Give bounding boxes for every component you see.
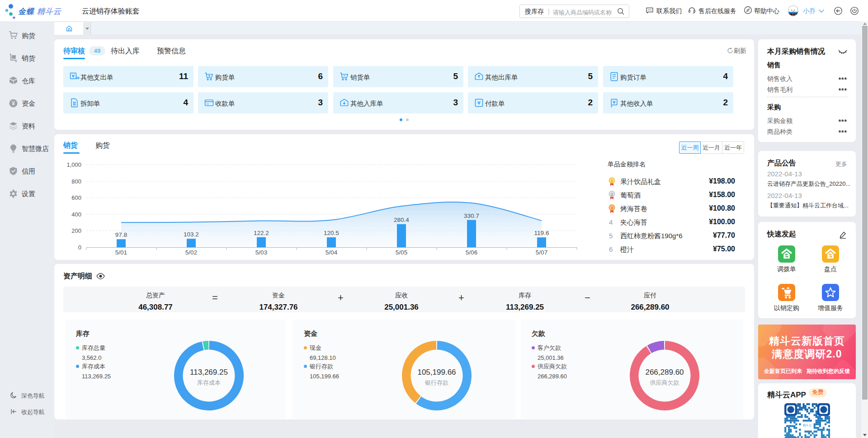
svg-text:5/05: 5/05 bbox=[396, 249, 407, 256]
svg-text:5/06: 5/06 bbox=[466, 249, 477, 256]
svg-text:5/01: 5/01 bbox=[115, 249, 127, 256]
svg-text:330.7: 330.7 bbox=[464, 212, 479, 219]
svg-text:5/03: 5/03 bbox=[255, 249, 267, 256]
svg-text:119.6: 119.6 bbox=[534, 230, 549, 236]
svg-text:400: 400 bbox=[71, 211, 81, 218]
svg-text:2: 2 bbox=[611, 192, 613, 197]
svg-text:5/02: 5/02 bbox=[185, 249, 197, 256]
svg-text:5/04: 5/04 bbox=[326, 249, 338, 256]
svg-text:120.5: 120.5 bbox=[324, 230, 339, 236]
svg-text:200: 200 bbox=[71, 227, 81, 234]
svg-text:103.2: 103.2 bbox=[184, 231, 199, 238]
svg-text:1,000: 1,000 bbox=[66, 161, 81, 168]
svg-text:5/07: 5/07 bbox=[536, 249, 547, 256]
svg-text:精斗云: 精斗云 bbox=[803, 424, 812, 427]
svg-text:1: 1 bbox=[611, 179, 613, 183]
svg-text:¥: ¥ bbox=[12, 100, 15, 107]
svg-text:600: 600 bbox=[71, 194, 81, 201]
svg-text:97.8: 97.8 bbox=[115, 231, 127, 238]
svg-text:3: 3 bbox=[611, 206, 613, 210]
svg-text:800: 800 bbox=[71, 178, 81, 185]
svg-text:122.2: 122.2 bbox=[254, 230, 269, 236]
svg-text:280.4: 280.4 bbox=[394, 217, 409, 223]
svg-text:0: 0 bbox=[78, 244, 81, 251]
